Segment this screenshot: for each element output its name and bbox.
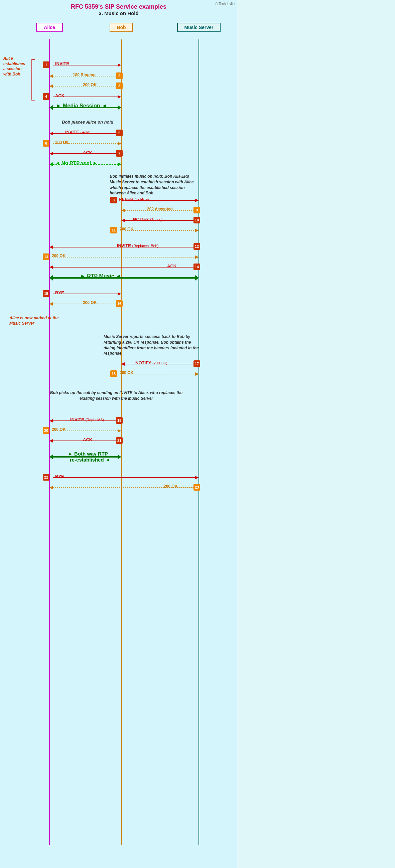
no-rtp-label: ◄ No RTP sent ►	[55, 160, 98, 166]
msg-7: ACK	[83, 150, 92, 155]
msg-12: INVITE (Replaces: Bob)	[117, 243, 158, 248]
svg-marker-41	[118, 292, 121, 296]
msg-16: 200 OK	[83, 300, 97, 305]
svg-marker-36	[50, 266, 53, 269]
badge-6: 6	[43, 140, 50, 147]
annotation-bob-places-hold: Bob places Alice on hold	[62, 120, 113, 125]
svg-marker-34	[195, 255, 199, 259]
svg-marker-17	[118, 142, 121, 145]
svg-marker-55	[50, 455, 53, 459]
svg-marker-26	[121, 209, 125, 212]
msg-22: BYE	[55, 474, 64, 479]
msg-14: ACK	[167, 264, 177, 269]
svg-marker-6	[50, 74, 53, 78]
svg-marker-43	[50, 302, 53, 306]
badge-4: 4	[43, 93, 50, 100]
msg-19: INVITE (Repl.: MS)	[70, 417, 104, 422]
msg-9: 202 Accepted	[147, 207, 173, 211]
msg-11: 200 OK	[120, 227, 133, 231]
msg-13: 200 OK	[52, 253, 65, 258]
svg-marker-4	[118, 63, 121, 67]
badge-11: 11	[110, 227, 117, 234]
badge-7: 7	[116, 150, 123, 157]
badge-2: 2	[116, 72, 123, 79]
entity-music: Music Server	[177, 23, 220, 32]
badge-1: 1	[43, 61, 50, 68]
svg-marker-15	[50, 132, 53, 135]
badge-12: 12	[193, 243, 200, 250]
rtp-music-label: ► RTP Music ◄	[80, 273, 121, 279]
svg-marker-60	[50, 486, 53, 489]
copyright-text: © Tech-invite	[215, 2, 235, 6]
svg-marker-24	[195, 199, 199, 202]
msg-3: 200 OK	[83, 83, 97, 87]
msg-23: 200 OK	[164, 484, 178, 489]
svg-marker-13	[118, 105, 121, 110]
annotation-bob-initiates-moh: Bob initiates music on hold: Bob REFERs …	[110, 174, 200, 196]
both-rtp-label: ► Both way RTP re-established ◄	[53, 451, 123, 463]
annotation-bob-picks-up: Bob picks up the call by sending an INVI…	[43, 390, 190, 401]
msg-17: NOTIFY (200 OK)	[135, 360, 168, 365]
badge-3: 3	[116, 83, 123, 89]
svg-marker-19	[50, 152, 53, 155]
page-subtitle: 3. Music on Hold	[0, 10, 237, 16]
msg-8: REFER (to Alice)	[119, 197, 149, 202]
badge-15: 15	[43, 290, 50, 297]
page-title: RFC 5359's SIP Service examples	[0, 3, 237, 10]
page-header: RFC 5359's SIP Service examples 3. Music…	[0, 0, 237, 18]
svg-marker-38	[50, 275, 53, 281]
msg-1: INVITE	[55, 61, 69, 66]
svg-marker-28	[121, 219, 125, 222]
svg-marker-58	[195, 476, 199, 479]
svg-marker-12	[50, 105, 53, 110]
badge-20: 20	[43, 427, 50, 434]
svg-marker-47	[195, 372, 199, 376]
msg-15: BYE	[55, 290, 64, 295]
svg-marker-32	[50, 245, 53, 249]
svg-marker-51	[118, 429, 121, 433]
badge-9: 9	[193, 207, 200, 213]
msg-21: ACK	[83, 437, 92, 442]
svg-marker-45	[121, 362, 125, 366]
badge-14: 14	[193, 264, 200, 270]
msg-6: 200 OK	[55, 140, 69, 145]
msg-5: INVITE (Hold)	[65, 130, 90, 134]
svg-marker-30	[195, 229, 199, 232]
svg-marker-53	[50, 439, 53, 442]
svg-marker-10	[118, 95, 121, 98]
msg-10: NOTIFY (Trying)	[133, 217, 163, 222]
badge-10: 10	[193, 217, 200, 223]
msg-2: 180 Ringing	[73, 72, 96, 77]
badge-5: 5	[116, 130, 123, 136]
entity-bob: Bob	[110, 23, 133, 32]
badge-18: 18	[110, 370, 117, 377]
media-session-label: ► Media Session ◄	[56, 103, 107, 109]
svg-marker-21	[50, 162, 53, 166]
svg-marker-49	[50, 419, 53, 423]
entity-alice: Alice	[36, 23, 63, 32]
annotation-music-reports: Music Server reports success back to Bob…	[103, 334, 201, 356]
badge-22: 22	[43, 474, 50, 480]
badge-17: 17	[193, 360, 200, 367]
annotation-alice-establishes: Aliceestablishesa sessionwith Bob	[3, 56, 34, 77]
annotation-alice-parked: Alice is now parked at the Music Server	[9, 316, 63, 326]
msg-20: 200 OK	[52, 427, 65, 432]
msg-18: 200 OK	[120, 370, 133, 375]
svg-marker-39	[195, 275, 199, 281]
badge-16: 16	[116, 300, 123, 307]
badge-21: 21	[116, 437, 123, 444]
msg-4: ACK	[55, 93, 64, 98]
badge-19: 19	[116, 417, 123, 424]
svg-marker-8	[50, 85, 53, 88]
badge-23: 23	[193, 484, 200, 491]
badge-13: 13	[43, 253, 50, 260]
badge-8: 8	[110, 197, 117, 204]
svg-marker-22	[118, 162, 121, 166]
